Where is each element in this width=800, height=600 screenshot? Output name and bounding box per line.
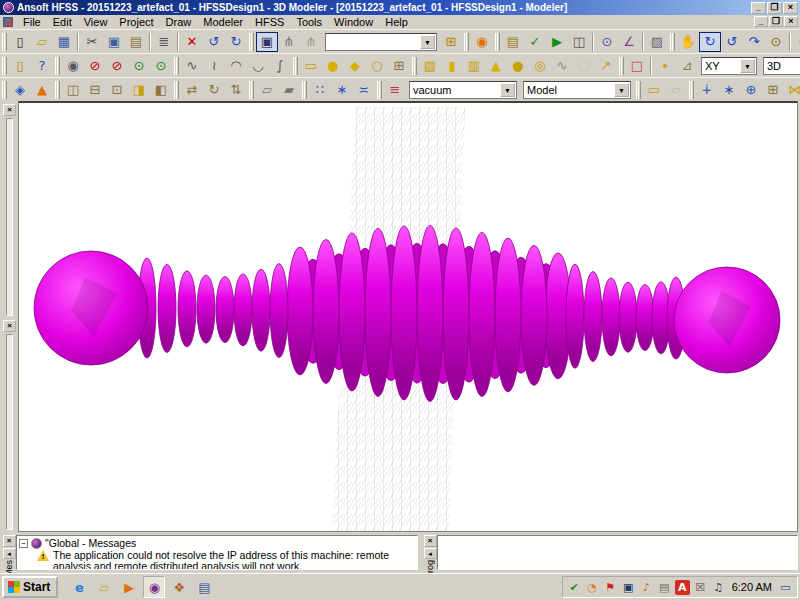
layers-button[interactable]: ≡ <box>384 80 406 100</box>
draw-point-button[interactable]: ∙ <box>654 56 676 76</box>
remote-analysis-button[interactable]: ⋔ <box>278 32 300 52</box>
radiation-button[interactable]: ▲ <box>31 80 53 100</box>
analyze-all-button[interactable]: ▶ <box>546 32 568 52</box>
clip-plane-button[interactable]: ▰ <box>278 80 300 100</box>
toolbar-grip[interactable] <box>619 57 624 75</box>
menu-view[interactable]: View <box>78 16 114 28</box>
boundaries-button[interactable]: ◈ <box>9 80 31 100</box>
explorer-folder-icon[interactable]: ▱ <box>93 576 115 598</box>
toolbar-grip[interactable] <box>689 81 694 99</box>
chevron-down-icon[interactable]: ▼ <box>420 35 435 49</box>
optimetrics-button[interactable]: ◉ <box>471 32 493 52</box>
security-alert-icon[interactable]: ⚑ <box>603 580 618 595</box>
cut-button[interactable]: ✂ <box>81 32 103 52</box>
draw-arc-center-button[interactable]: ◡ <box>247 56 269 76</box>
update-icon[interactable]: ◔ <box>585 580 600 595</box>
modeler-3d-viewport[interactable] <box>18 101 798 532</box>
open-button[interactable]: ▱ <box>31 32 53 52</box>
imprint-button[interactable]: ⊡ <box>106 80 128 100</box>
draw-cone-button[interactable]: ▲ <box>485 56 507 76</box>
hide-selection-button[interactable]: ⊘ <box>84 56 106 76</box>
mdi-child-icon[interactable] <box>3 17 13 27</box>
rotate-copy-button[interactable]: ↻ <box>203 80 225 100</box>
project-dock-collapsed[interactable]: × <box>2 104 17 316</box>
toolbar-grip[interactable] <box>636 81 641 99</box>
menu-tools[interactable]: Tools <box>290 16 328 28</box>
delete-button[interactable]: ✕ <box>181 32 203 52</box>
draw-arc-3pt-button[interactable]: ◠ <box>225 56 247 76</box>
display-icon[interactable]: ▭ <box>778 580 793 595</box>
messages-panel-tab[interactable]: × ◂ Mes <box>2 535 16 570</box>
draw-ellipse-button[interactable]: ○ <box>366 56 388 76</box>
draw-polyline-button[interactable]: ∿ <box>181 56 203 76</box>
toolbar-grip[interactable] <box>495 33 500 51</box>
artefact-model[interactable] <box>34 225 780 401</box>
minimize-button[interactable]: _ <box>751 2 766 14</box>
menu-edit[interactable]: Edit <box>47 16 78 28</box>
material-combo[interactable]: vacuum▼ <box>409 81 517 99</box>
print-button[interactable]: ≣ <box>153 32 175 52</box>
toolbar-grip[interactable] <box>670 33 675 51</box>
close-icon[interactable]: × <box>424 535 437 547</box>
toolbar-grip[interactable] <box>2 81 7 99</box>
hfss-icon[interactable]: ◉ <box>143 576 165 598</box>
local-machine-button[interactable]: ▣ <box>256 32 278 52</box>
undo-button[interactable]: ↺ <box>203 32 225 52</box>
results-button[interactable]: ◫ <box>568 32 590 52</box>
unite-button[interactable]: ◫ <box>62 80 84 100</box>
create-region-button[interactable]: ▱ <box>665 80 687 100</box>
zoom-in-button[interactable]: ⊕ <box>793 32 800 52</box>
chevron-down-icon[interactable]: ▼ <box>740 59 755 73</box>
snap-vertex-button[interactable]: ∔ <box>696 80 718 100</box>
copy-image-button[interactable]: ▨ <box>646 32 668 52</box>
rotate-screen-button[interactable]: ↷ <box>743 32 765 52</box>
speaker-icon[interactable]: ♫ <box>711 580 726 595</box>
chevron-down-icon[interactable]: ▼ <box>614 83 629 97</box>
save-button[interactable]: ▦ <box>53 32 75 52</box>
rotate-axis-button[interactable]: ↺ <box>721 32 743 52</box>
duplicate-axis-button[interactable]: ∗ <box>331 80 353 100</box>
close-button[interactable]: × <box>783 2 798 14</box>
designer-icon[interactable]: ❖ <box>168 576 190 598</box>
plot-data-button[interactable]: ∠ <box>618 32 640 52</box>
split-button[interactable]: ◧ <box>150 80 172 100</box>
properties-dock-collapsed[interactable]: × <box>2 320 17 530</box>
draw-sphere-button[interactable]: ● <box>507 56 529 76</box>
snap-quadrant-button[interactable]: ⊞ <box>762 80 784 100</box>
draw-polygon-button[interactable]: ◆ <box>344 56 366 76</box>
menu-help[interactable]: Help <box>379 16 414 28</box>
draw-spiral-button[interactable]: ◌ <box>573 56 595 76</box>
menu-hfss[interactable]: HFSS <box>249 16 290 28</box>
help-topics-button[interactable]: ▯ <box>9 56 31 76</box>
menu-file[interactable]: File <box>17 16 47 28</box>
simulation-profile-combo[interactable]: ▼ <box>325 33 437 51</box>
drawing-plane-combo[interactable]: XY▼ <box>701 57 757 75</box>
draw-region-button[interactable]: ⊞ <box>388 56 410 76</box>
messages-list[interactable]: − "Global - Messages ! The application c… <box>16 535 418 570</box>
toolbar-grip[interactable] <box>174 81 179 99</box>
paste-button[interactable]: ▤ <box>125 32 147 52</box>
model-canvas[interactable] <box>19 103 797 531</box>
close-icon[interactable]: × <box>3 535 16 547</box>
draw-sweep-button[interactable]: ↗ <box>595 56 617 76</box>
draw-spline-button[interactable]: ≀ <box>203 56 225 76</box>
distributed-analysis-button[interactable]: ⋔ <box>300 32 322 52</box>
toolbar-grip[interactable] <box>55 81 60 99</box>
toolbar-grip[interactable] <box>2 33 7 51</box>
menu-window[interactable]: Window <box>328 16 379 28</box>
toolbar-grip[interactable] <box>377 81 382 99</box>
movement-mode-combo[interactable]: 3D▼ <box>763 57 800 75</box>
collapse-icon[interactable]: ◂ <box>3 548 16 559</box>
toolbar-grip[interactable] <box>249 33 254 51</box>
show-all-button[interactable]: ⊙ <box>150 56 172 76</box>
hide-all-button[interactable]: ⊘ <box>106 56 128 76</box>
notes-icon[interactable]: ▤ <box>193 576 215 598</box>
display-settings-icon[interactable]: ▣ <box>621 580 636 595</box>
intersect-button[interactable]: ◨ <box>128 80 150 100</box>
new-button[interactable]: ▯ <box>9 32 31 52</box>
move-button[interactable]: ⇄ <box>181 80 203 100</box>
close-icon[interactable]: × <box>3 104 16 116</box>
rotate-model-button[interactable]: ↻ <box>699 32 721 52</box>
mdi-close-button[interactable]: × <box>784 16 798 27</box>
toolbar-grip[interactable] <box>174 57 179 75</box>
